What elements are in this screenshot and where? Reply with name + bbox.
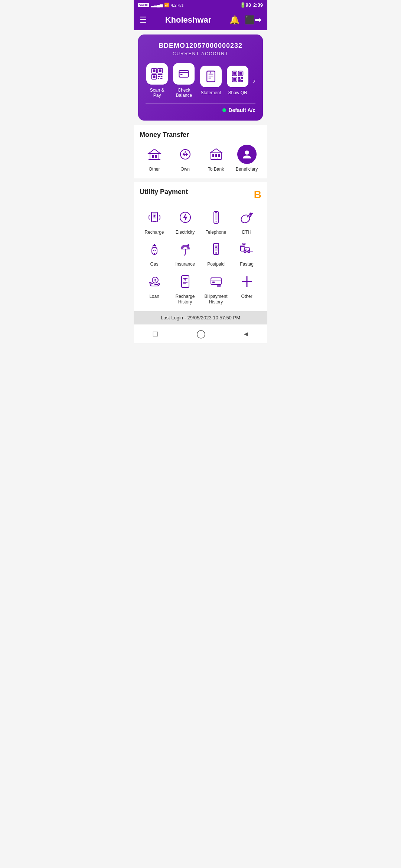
status-bar: VoLTE ▂▃▄▅ 📶 4.2 K/s 🔋93 2:39	[134, 0, 267, 10]
signal-bars: ▂▃▄▅	[151, 3, 163, 7]
utility-electricity[interactable]: Electricity	[170, 208, 200, 236]
account-type: CURRENT ACCOUNT	[146, 51, 255, 56]
logout-icon[interactable]: ⬛➡	[245, 15, 261, 25]
utility-payment-section: Utility Payment B ₹ Recharge	[134, 182, 267, 311]
money-transfer-grid: Other ₹ Own	[140, 145, 261, 172]
svg-point-65	[215, 252, 217, 254]
svg-rect-82	[211, 278, 221, 285]
utility-dth[interactable]: DTH	[232, 208, 261, 236]
utility-postpaid[interactable]: Postpaid	[201, 240, 231, 267]
postpaid-label: Postpaid	[207, 262, 225, 267]
svg-rect-24	[233, 78, 236, 81]
svg-marker-37	[210, 149, 222, 153]
active-dot	[222, 108, 226, 112]
money-transfer-own[interactable]: ₹ Own	[170, 145, 200, 172]
wifi-icon: 📶	[164, 3, 169, 7]
network-speed: 4.2 K/s	[171, 3, 183, 7]
default-account-label: Default A/c	[228, 107, 255, 113]
default-account-badge: Default A/c	[146, 107, 255, 113]
recharge-icon: ₹	[145, 208, 164, 227]
chevron-right-icon[interactable]: ›	[253, 76, 255, 85]
money-transfer-section: Money Transfer Other	[134, 125, 267, 178]
utility-billpayment-history[interactable]: Billpayment History	[201, 272, 231, 305]
loan-icon: ₹	[145, 272, 164, 291]
nav-square-button[interactable]: □	[153, 329, 158, 339]
scan-pay-button[interactable]: Scan & Pay	[146, 63, 169, 98]
billpayment-history-icon	[206, 272, 226, 291]
loan-label: Loan	[149, 294, 159, 300]
utility-payment-grid: ₹ Recharge Electricity	[140, 208, 261, 305]
telephone-label: Telephone	[206, 230, 226, 236]
statement-label: Statement	[200, 90, 221, 95]
utility-telephone[interactable]: Telephone	[201, 208, 231, 236]
dth-label: DTH	[242, 230, 251, 236]
utility-other[interactable]: Other	[232, 272, 261, 305]
last-login-text: Last Login - 29/05/2023 10:57:50 PM	[161, 315, 240, 320]
account-card: BDEMO12057000000232 CURRENT ACCOUNT	[138, 34, 263, 121]
check-balance-label: Check Balance	[172, 88, 195, 98]
money-transfer-title: Money Transfer	[140, 131, 261, 139]
own-transfer-label: Own	[180, 167, 190, 172]
money-transfer-to-bank[interactable]: To Bank	[201, 145, 231, 172]
telephone-icon	[206, 208, 226, 227]
recharge-label: Recharge	[144, 230, 164, 236]
page-title: Kholeshwar	[165, 15, 212, 25]
svg-rect-40	[218, 154, 220, 157]
svg-rect-31	[152, 155, 154, 158]
money-transfer-beneficiary[interactable]: Beneficiary	[232, 145, 261, 172]
check-balance-button[interactable]: Check Balance	[172, 63, 195, 98]
other-transfer-icon	[145, 145, 164, 164]
svg-rect-38	[212, 154, 214, 157]
other-transfer-label: Other	[149, 167, 160, 172]
statement-icon-box: $	[200, 66, 222, 87]
time-display: 2:39	[253, 2, 263, 8]
utility-gas[interactable]: Gas	[140, 240, 169, 267]
svg-text:₹: ₹	[153, 215, 156, 218]
utility-other-label: Other	[241, 294, 252, 300]
statement-button[interactable]: $ Statement	[199, 66, 222, 95]
svg-rect-11	[179, 70, 189, 77]
utility-recharge-history[interactable]: ₹ Recharge History	[170, 272, 200, 305]
money-transfer-other[interactable]: Other	[140, 145, 169, 172]
last-login-bar: Last Login - 29/05/2023 10:57:50 PM	[134, 311, 267, 324]
to-bank-icon	[206, 145, 226, 164]
svg-rect-20	[233, 72, 236, 75]
scan-pay-label: Scan & Pay	[146, 88, 169, 98]
svg-rect-49	[215, 213, 218, 220]
svg-rect-26	[241, 77, 243, 79]
show-qr-label: Show QR	[228, 90, 247, 95]
svg-rect-27	[238, 79, 241, 82]
nav-bar: □ ◯ ◂	[134, 324, 267, 343]
electricity-icon	[176, 208, 195, 227]
volte-badge: VoLTE	[138, 3, 149, 7]
nav-back-button[interactable]: ◂	[244, 329, 248, 339]
svg-rect-5	[153, 76, 155, 78]
svg-rect-39	[215, 154, 217, 157]
recharge-history-icon: ₹	[176, 272, 195, 291]
show-qr-button[interactable]: Show QR	[226, 66, 249, 95]
battery-icon: 🔋93	[240, 2, 251, 8]
dth-icon	[237, 208, 257, 227]
svg-rect-29	[150, 154, 159, 160]
svg-rect-28	[241, 80, 243, 82]
svg-marker-30	[149, 149, 160, 154]
utility-fastag[interactable]: Fastag	[232, 240, 261, 267]
fastag-icon	[237, 240, 257, 259]
utility-recharge[interactable]: ₹ Recharge	[140, 208, 169, 236]
nav-home-button[interactable]: ◯	[196, 329, 206, 339]
status-right: 🔋93 2:39	[240, 2, 263, 8]
notification-icon[interactable]: 🔔	[229, 15, 239, 25]
show-qr-icon-box	[227, 66, 248, 87]
svg-rect-66	[241, 251, 253, 251]
billpayment-history-label: Billpayment History	[201, 294, 231, 305]
utility-header: Utility Payment B	[140, 188, 261, 202]
beneficiary-icon	[237, 145, 257, 164]
utility-loan[interactable]: ₹ Loan	[140, 272, 169, 305]
hamburger-menu[interactable]: ☰	[140, 15, 147, 25]
own-transfer-icon: ₹	[176, 145, 195, 164]
gas-label: Gas	[150, 262, 158, 267]
app-header: ☰ Kholeshwar 🔔 ⬛➡	[134, 10, 267, 30]
utility-insurance[interactable]: Insurance	[170, 240, 200, 267]
svg-marker-47	[183, 213, 188, 222]
svg-point-50	[215, 221, 216, 222]
